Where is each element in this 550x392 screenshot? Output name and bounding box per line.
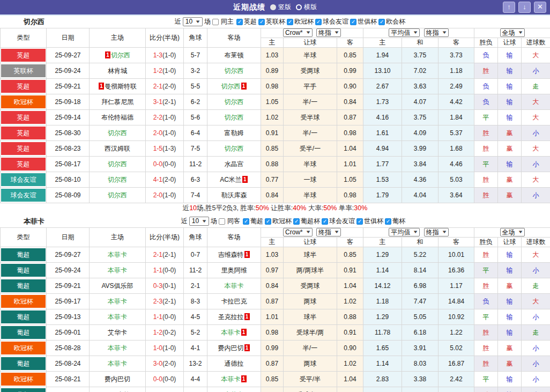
result-winloss: 胜 xyxy=(474,141,498,157)
avg-home-odds: 1.18 xyxy=(363,294,402,309)
avg-home-odds: 1.53 xyxy=(363,172,402,188)
radio-unselected-icon[interactable] xyxy=(296,4,302,10)
league-cell: 英超 xyxy=(1,110,47,125)
league-cell: 英超 xyxy=(1,141,47,157)
summary-segment: 场,胜5平2负3, 胜率: xyxy=(197,204,256,212)
crow-away-odds: 0.90 xyxy=(337,79,363,94)
match-row: 英超25-08-17切尔西0-0(0-0)11-2水晶宫0.88半球1.011.… xyxy=(1,157,550,172)
away-team: AC米兰 xyxy=(220,176,242,183)
league-filter-checkbox[interactable] xyxy=(385,218,391,225)
avg-select[interactable]: 平均值▼ xyxy=(389,228,420,236)
col-away: 客场 xyxy=(207,28,261,48)
home-team: 切尔西 xyxy=(108,191,127,199)
league-filter-checkbox[interactable] xyxy=(236,19,243,25)
league-filter-checkbox[interactable] xyxy=(315,19,322,25)
crow-handicap: 球半 xyxy=(284,247,337,263)
league-cell: 英超 xyxy=(1,79,47,94)
half-time-score: (0-1) xyxy=(162,282,176,290)
half-time-score: (0-0) xyxy=(162,160,176,168)
bookmaker-select[interactable]: Crow*▼ xyxy=(283,28,313,37)
away-team-cell: 切尔西 xyxy=(207,63,261,79)
crow-handicap: 受半/一 xyxy=(284,141,337,157)
crow-handicap: 两球 xyxy=(284,294,337,309)
close-button[interactable]: ✕ xyxy=(534,2,546,13)
move-down-button[interactable]: ↓ xyxy=(518,2,531,13)
corner-score: 4-5 xyxy=(184,309,207,325)
league-filter-checkbox[interactable] xyxy=(356,218,363,225)
chevron-down-icon: ▼ xyxy=(333,228,339,236)
away-team: 本菲卡 xyxy=(221,329,241,336)
chevron-down-icon: ▼ xyxy=(305,29,311,36)
away-team: 本菲卡 xyxy=(225,282,244,290)
home-team-cell: 切尔西 xyxy=(90,172,146,188)
league-filter-checkbox[interactable] xyxy=(322,218,328,225)
full-time-score: 1-0 xyxy=(153,344,162,352)
avg-stage-select[interactable]: 终指▼ xyxy=(424,28,449,37)
league-filter-checkbox[interactable] xyxy=(287,19,293,25)
half-time-score: (1-0) xyxy=(162,114,176,121)
match-date: 25-09-14 xyxy=(47,110,90,125)
odds-stage-select[interactable]: 终指▼ xyxy=(316,28,341,37)
move-up-button[interactable]: ↑ xyxy=(503,2,515,13)
matches-table-benfica: 类型 日期 主场 比分(半场) 角球 客场 Crow*▼ 终指▼ 平均值▼ 终指… xyxy=(0,227,550,392)
league-filter-checkbox[interactable] xyxy=(243,218,249,225)
avg-select[interactable]: 平均值▼ xyxy=(389,28,420,37)
match-date: 25-08-17 xyxy=(47,387,90,392)
league-badge: 英超 xyxy=(1,49,46,62)
odds-source-group: Crow*▼ 终指▼ xyxy=(261,228,363,238)
col-type: 类型 xyxy=(1,28,47,48)
result-winloss: 胜 xyxy=(474,341,498,356)
bookmaker-select[interactable]: Crow*▼ xyxy=(283,228,313,236)
layout-horizontal-option[interactable]: 横版 xyxy=(296,3,317,12)
crow-home-odds: 1.03 xyxy=(261,48,284,63)
window-title: 近期战绩 xyxy=(233,3,265,12)
league-filter-checkbox[interactable] xyxy=(293,218,300,225)
avg-away-odds: 3.73 xyxy=(438,48,474,63)
match-date: 25-08-24 xyxy=(47,356,90,372)
radio-selected-icon[interactable] xyxy=(270,4,276,10)
corner-score: 3-2 xyxy=(184,63,207,79)
period-select[interactable]: 全场▼ xyxy=(500,228,525,236)
league-filter-checkbox[interactable] xyxy=(378,19,385,25)
avg-stage-select[interactable]: 终指▼ xyxy=(424,228,449,236)
league-cell: 英超 xyxy=(1,157,47,172)
same-venue-checkbox[interactable] xyxy=(219,218,225,225)
league-filter-checkbox[interactable] xyxy=(350,19,356,25)
avg-draw-odds: 7.02 xyxy=(402,63,438,79)
league-badge: 英超 xyxy=(1,80,46,93)
games-count-select[interactable]: 10▼ xyxy=(183,17,203,26)
full-time-score: 0-0 xyxy=(153,375,162,383)
result-winloss: 胜 xyxy=(474,63,498,79)
home-team: 本菲卡 xyxy=(108,267,127,274)
away-team: 卡拉巴克 xyxy=(221,298,247,305)
crow-handicap: 受两球 xyxy=(284,278,337,294)
period-select[interactable]: 全场▼ xyxy=(500,28,525,37)
match-date: 25-09-21 xyxy=(47,79,90,94)
col-home: 主场 xyxy=(90,28,146,48)
result-winloss: 胜 xyxy=(474,356,498,372)
half-time-score: (2-1) xyxy=(162,298,176,305)
score-cell: 0-3(0-1) xyxy=(146,278,184,294)
match-row: 英超25-09-271切尔西1-3(1-0)5-7布莱顿1.03半球0.851.… xyxy=(1,48,550,63)
odds-stage-select[interactable]: 终指▼ xyxy=(316,228,341,236)
subcol-draw: 和 xyxy=(402,38,438,48)
league-badge: 葡超 xyxy=(1,248,46,261)
same-venue-checkbox[interactable] xyxy=(212,19,219,25)
crow-handicap: 两/两球半 xyxy=(284,263,337,278)
crow-handicap: 半/一 xyxy=(284,94,337,110)
avg-draw-odds: 4.04 xyxy=(402,188,438,203)
away-team: 富勒姆 xyxy=(225,129,244,137)
result-handicap: 赢 xyxy=(498,188,522,203)
layout-vertical-option[interactable]: 竖版 xyxy=(270,3,291,12)
home-team: 本菲卡 xyxy=(108,313,127,321)
match-row: 球会友谊25-08-09切尔西2-0(1-0)7-4勒沃库森0.84半球0.98… xyxy=(1,188,550,203)
col-away: 客场 xyxy=(207,228,261,247)
away-team-cell: 布莱顿 xyxy=(207,48,261,63)
section-header-chelsea: 切尔西 近 10▼ 场 同主 英超英联杯欧冠杯球会友谊世俱杯欧会杯 xyxy=(0,16,550,28)
league-badge: 球会友谊 xyxy=(1,189,46,202)
league-filter-checkbox[interactable] xyxy=(258,19,265,25)
games-count-select[interactable]: 10▼ xyxy=(189,217,209,226)
away-team: 本菲卡 xyxy=(221,375,241,383)
league-filter-checkbox[interactable] xyxy=(265,218,271,225)
corner-score: 5-2 xyxy=(184,325,207,341)
